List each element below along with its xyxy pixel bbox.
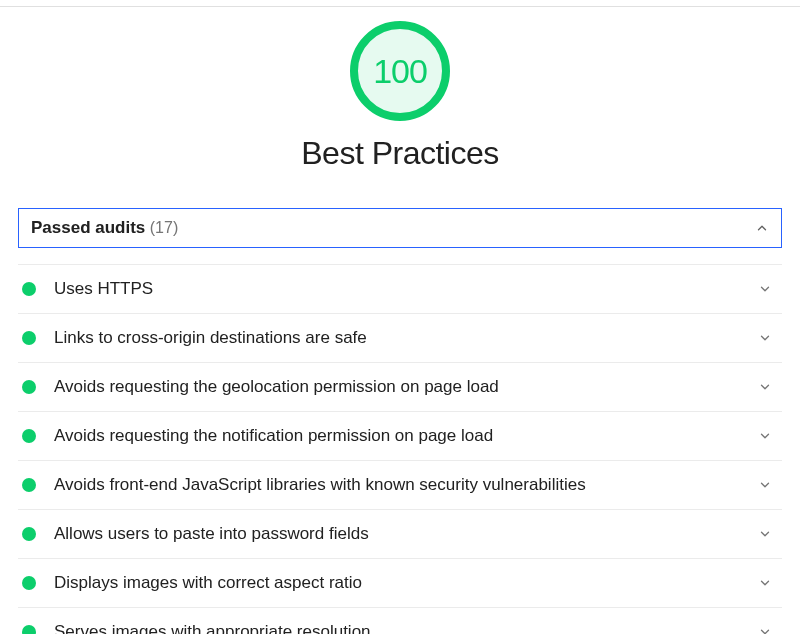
audit-item[interactable]: Uses HTTPS [18,264,782,314]
audit-item[interactable]: Avoids requesting the geolocation permis… [18,363,782,412]
audit-item[interactable]: Allows users to paste into password fiel… [18,510,782,559]
audit-label: Uses HTTPS [54,279,758,299]
audit-item[interactable]: Avoids front-end JavaScript libraries wi… [18,461,782,510]
chevron-down-icon [758,331,772,345]
score-section: 100 Best Practices [18,7,782,184]
pass-status-icon [22,625,36,634]
pass-status-icon [22,527,36,541]
audit-item[interactable]: Serves images with appropriate resolutio… [18,608,782,634]
audit-label: Avoids requesting the geolocation permis… [54,377,758,397]
audit-label: Avoids front-end JavaScript libraries wi… [54,475,758,495]
chevron-down-icon [758,478,772,492]
audit-item[interactable]: Links to cross-origin destinations are s… [18,314,782,363]
chevron-down-icon [758,282,772,296]
pass-status-icon [22,331,36,345]
report-container: 100 Best Practices Passed audits (17) Us… [0,7,800,634]
pass-status-icon [22,576,36,590]
chevron-down-icon [758,380,772,394]
audit-item[interactable]: Avoids requesting the notification permi… [18,412,782,461]
pass-status-icon [22,478,36,492]
audit-item[interactable]: Displays images with correct aspect rati… [18,559,782,608]
section-count: (17) [150,219,178,236]
chevron-down-icon [758,429,772,443]
section-header-text: Passed audits (17) [31,218,178,238]
chevron-down-icon [758,625,772,634]
score-value: 100 [373,52,427,91]
audit-list: Uses HTTPSLinks to cross-origin destinat… [18,264,782,634]
score-gauge: 100 [350,21,450,121]
chevron-down-icon [758,576,772,590]
audit-label: Allows users to paste into password fiel… [54,524,758,544]
pass-status-icon [22,380,36,394]
audit-label: Serves images with appropriate resolutio… [54,622,758,634]
audit-label: Links to cross-origin destinations are s… [54,328,758,348]
pass-status-icon [22,429,36,443]
chevron-down-icon [758,527,772,541]
audit-label: Displays images with correct aspect rati… [54,573,758,593]
passed-audits-toggle[interactable]: Passed audits (17) [18,208,782,248]
section-label: Passed audits [31,218,145,237]
pass-status-icon [22,282,36,296]
audit-label: Avoids requesting the notification permi… [54,426,758,446]
category-title: Best Practices [18,135,782,172]
chevron-up-icon [755,221,769,235]
